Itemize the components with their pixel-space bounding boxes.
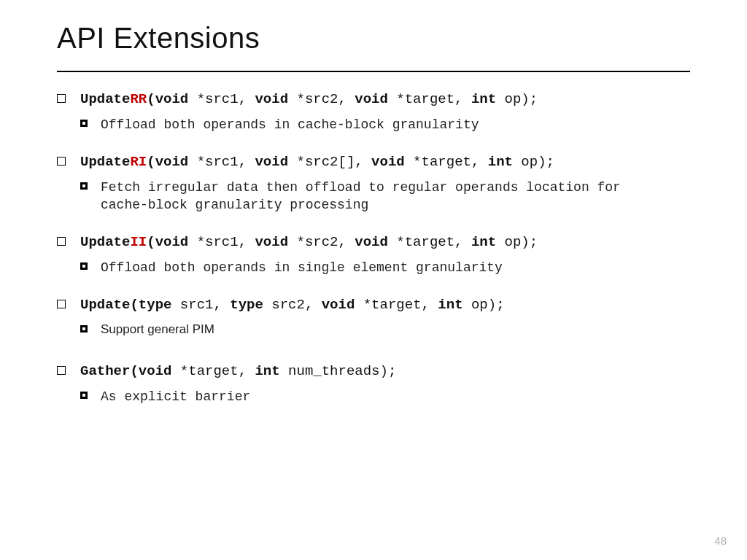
param-text: *target,: [405, 154, 488, 170]
list-item: UpdateII(void *src1, void *src2, void *t…: [57, 234, 690, 276]
page-number: 48: [714, 534, 727, 547]
description-text: Offload both operands in single element …: [101, 259, 503, 276]
api-description: Fetch irregular data then offload to reg…: [80, 179, 690, 214]
param-text: *target,: [388, 234, 471, 250]
signature-text: UpdateRR(void *src1, void *src2, void *t…: [80, 91, 538, 109]
param-text: op);: [496, 234, 538, 250]
open-paren: (: [147, 234, 155, 250]
kw: void: [371, 154, 405, 170]
signature-text: UpdateRI(void *src1, void *src2[], void …: [80, 154, 554, 171]
kw: void: [355, 234, 388, 250]
param-text: *src2,: [288, 91, 355, 107]
param-text: *src1,: [188, 154, 255, 170]
kw: int: [255, 363, 279, 379]
description-text: Fetch irregular data then offload to reg…: [101, 179, 640, 214]
open-paren: (: [130, 297, 138, 313]
square-bullet-icon: [57, 300, 66, 308]
kw: void: [155, 154, 189, 170]
small-square-bullet-icon: [80, 325, 88, 332]
param-text: *src1,: [188, 234, 255, 250]
title-rule: [57, 71, 690, 72]
api-description: Offload both operands in cache-block gra…: [80, 116, 690, 133]
slide: API Extensions UpdateRR(void *src1, void…: [0, 0, 747, 560]
param-text: src1,: [171, 297, 230, 313]
kw: type: [230, 297, 263, 313]
square-bullet-icon: [57, 366, 66, 375]
api-signature: Gather(void *target, int num_threads);: [57, 363, 690, 381]
list-item: Update(type src1, type src2, void *targe…: [57, 297, 690, 338]
param-text: num_threads);: [280, 363, 397, 379]
api-description: Support general PIM: [80, 322, 690, 338]
signature-text: Gather(void *target, int num_threads);: [80, 363, 396, 381]
param-text: *target,: [171, 363, 255, 379]
kw: void: [255, 154, 288, 170]
small-square-bullet-icon: [80, 182, 88, 190]
square-bullet-icon: [57, 157, 66, 166]
param-text: *src1,: [188, 91, 255, 107]
param-text: op);: [496, 91, 538, 107]
param-text: op);: [463, 297, 505, 313]
list-item: UpdateRR(void *src1, void *src2, void *t…: [57, 91, 690, 133]
api-signature: UpdateRI(void *src1, void *src2[], void …: [57, 154, 690, 171]
square-bullet-icon: [57, 237, 66, 246]
slide-title: API Extensions: [57, 22, 690, 55]
list-item: UpdateRI(void *src1, void *src2[], void …: [57, 154, 690, 214]
kw: int: [471, 234, 496, 250]
fn-prefix: Update: [80, 234, 130, 250]
kw: void: [155, 234, 189, 250]
param-text: *target,: [388, 91, 471, 107]
kw: void: [139, 363, 172, 379]
api-signature: UpdateII(void *src1, void *src2, void *t…: [57, 234, 690, 252]
api-signature: Update(type src1, type src2, void *targe…: [57, 297, 690, 314]
description-text: Support general PIM: [101, 322, 214, 338]
small-square-bullet-icon: [80, 120, 88, 127]
fn-prefix: Gather: [80, 363, 130, 379]
param-text: *target,: [355, 297, 438, 313]
open-paren: (: [147, 91, 155, 107]
param-text: *src2,: [288, 234, 355, 250]
api-description: As explicit barrier: [80, 388, 690, 405]
list-item: Gather(void *target, int num_threads); A…: [57, 363, 690, 405]
kw: void: [155, 91, 189, 107]
signature-text: UpdateII(void *src1, void *src2, void *t…: [80, 234, 538, 252]
fn-prefix: Update: [80, 297, 130, 313]
api-description: Offload both operands in single element …: [80, 259, 690, 276]
param-text: op);: [513, 154, 554, 170]
kw: void: [322, 297, 355, 313]
kw: int: [488, 154, 513, 170]
fn-suffix: RR: [130, 91, 147, 107]
description-text: Offload both operands in cache-block gra…: [101, 116, 479, 133]
api-signature: UpdateRR(void *src1, void *src2, void *t…: [57, 91, 690, 109]
signature-text: Update(type src1, type src2, void *targe…: [80, 297, 505, 314]
fn-prefix: Update: [80, 91, 130, 107]
param-text: *src2[],: [288, 154, 371, 170]
kw: void: [355, 91, 388, 107]
square-bullet-icon: [57, 94, 66, 103]
kw: void: [255, 234, 288, 250]
open-paren: (: [130, 363, 138, 379]
small-square-bullet-icon: [80, 262, 88, 270]
kw: int: [438, 297, 462, 313]
fn-prefix: Update: [80, 154, 130, 170]
open-paren: (: [147, 154, 155, 170]
kw: void: [255, 91, 288, 107]
fn-suffix: RI: [130, 154, 147, 170]
description-text: As explicit barrier: [101, 388, 250, 405]
small-square-bullet-icon: [80, 392, 88, 399]
param-text: src2,: [263, 297, 322, 313]
kw: int: [471, 91, 496, 107]
fn-suffix: II: [130, 234, 147, 250]
kw: type: [139, 297, 172, 313]
